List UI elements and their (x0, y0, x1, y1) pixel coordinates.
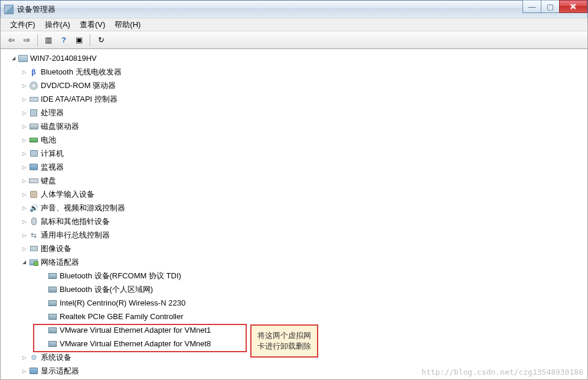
back-arrow-icon: ⇦ (8, 35, 15, 44)
tree-category[interactable]: 🔊声音、视频和游戏控制器 (3, 201, 587, 215)
close-button[interactable]: ✕ (559, 0, 587, 13)
tree-category[interactable]: IDE ATA/ATAPI 控制器 (3, 92, 587, 106)
tree-device[interactable]: Realtek PCIe GBE Family Controller (3, 310, 587, 323)
device-label: VMware Virtual Ethernet Adapter for VMne… (60, 339, 211, 348)
computer-category-icon (29, 149, 38, 158)
tree-category[interactable]: 处理器 (3, 106, 587, 119)
help-button[interactable]: ? (57, 33, 71, 47)
tree-category-network[interactable]: 网络适配器 (3, 255, 587, 269)
expander-icon[interactable] (19, 190, 29, 199)
usb-icon: ⇆ (29, 230, 38, 240)
nic-icon (48, 326, 57, 335)
disc-drive-icon (29, 81, 38, 90)
app-icon (4, 5, 14, 14)
tree-category[interactable]: 监视器 (3, 160, 587, 174)
maximize-button[interactable]: ▢ (541, 0, 560, 13)
expander-icon[interactable] (19, 176, 29, 186)
expander-icon[interactable] (19, 366, 29, 376)
expander-icon[interactable] (19, 67, 29, 77)
help-icon: ? (61, 35, 66, 44)
tree-category[interactable]: 鼠标和其他指针设备 (3, 215, 587, 228)
nic-icon (48, 312, 57, 321)
tree-category[interactable]: 电池 (3, 133, 587, 147)
scan-button[interactable]: ▣ (72, 33, 86, 47)
tree-root-label: WIN7-20140819HV (30, 54, 97, 63)
expander-icon[interactable] (19, 203, 29, 213)
maximize-icon: ▢ (547, 2, 554, 11)
bluetooth-icon: β (29, 67, 38, 77)
tool-bar: ⇦ ⇨ ▥ ? ▣ ↻ (0, 31, 588, 49)
device-label: VMware Virtual Ethernet Adapter for VMne… (60, 326, 211, 334)
window-controls: — ▢ ✕ (523, 0, 587, 13)
system-device-icon: ⚙ (29, 353, 38, 362)
refresh-button[interactable]: ↻ (94, 33, 108, 47)
category-label: 网络适配器 (41, 257, 79, 268)
title-bar: 设备管理器 — ▢ ✕ (0, 0, 588, 18)
category-label: 人体学输入设备 (41, 189, 94, 200)
tree-root[interactable]: WIN7-20140819HV (3, 51, 587, 65)
processor-icon (29, 108, 38, 118)
expander-icon[interactable] (19, 230, 29, 240)
refresh-icon: ↻ (98, 35, 104, 44)
tree-device[interactable]: Intel(R) Centrino(R) Wireless-N 2230 (3, 296, 587, 310)
device-label: Realtek PCIe GBE Family Controller (60, 312, 184, 321)
expander-icon[interactable] (19, 81, 29, 90)
tree-category[interactable]: 磁盘驱动器 (3, 119, 587, 133)
minimize-icon: — (528, 2, 536, 11)
tree-category[interactable]: 键盘 (3, 174, 587, 187)
tree-category[interactable]: ⇆通用串行总线控制器 (3, 228, 587, 242)
display-adapter-icon (29, 366, 38, 376)
expander-icon[interactable] (19, 163, 29, 172)
tree-category[interactable]: 人体学输入设备 (3, 187, 587, 201)
computer-icon (18, 54, 28, 63)
nic-icon (48, 271, 57, 281)
expander-none (38, 271, 48, 281)
expander-icon[interactable] (19, 258, 29, 267)
menu-file[interactable]: 文件(F) (5, 18, 40, 32)
forward-button[interactable]: ⇨ (19, 33, 34, 47)
tree-category[interactable]: DVD/CD-ROM 驱动器 (3, 79, 587, 92)
category-label: 电池 (41, 135, 56, 145)
menu-bar: 文件(F) 操作(A) 查看(V) 帮助(H) (0, 18, 588, 31)
tree-device[interactable]: Bluetooth 设备(RFCOMM 协议 TDI) (3, 269, 587, 282)
panel-toggle-button[interactable]: ▥ (41, 33, 55, 47)
expander-none (38, 312, 48, 321)
tree-category[interactable]: 计算机 (3, 147, 587, 160)
expander-icon[interactable] (9, 54, 18, 63)
ide-controller-icon (29, 95, 38, 104)
tree-category[interactable]: 图像设备 (3, 242, 587, 255)
menu-view[interactable]: 查看(V) (75, 18, 110, 32)
menu-action[interactable]: 操作(A) (40, 18, 75, 32)
tree-category[interactable]: βBluetooth 无线电收发器 (3, 65, 587, 79)
forward-arrow-icon: ⇨ (24, 35, 30, 44)
annotation-line1: 将这两个虚拟网 (257, 330, 311, 341)
scan-icon: ▣ (76, 35, 83, 44)
expander-icon[interactable] (19, 217, 29, 226)
nic-icon (48, 285, 57, 294)
toolbar-separator (37, 34, 38, 47)
expander-icon[interactable] (19, 149, 29, 158)
minimize-button[interactable]: — (522, 0, 541, 13)
expander-icon[interactable] (19, 122, 29, 131)
expander-icon[interactable] (19, 353, 29, 362)
back-button[interactable]: ⇦ (4, 33, 18, 47)
annotation-callout: 将这两个虚拟网 卡进行卸载删除 (250, 324, 318, 358)
menu-help[interactable]: 帮助(H) (110, 18, 145, 32)
watermark: http://blog.csdn.net/czg13548930186 (422, 368, 583, 376)
expander-icon[interactable] (19, 95, 29, 104)
category-label: 通用串行总线控制器 (41, 230, 110, 241)
expander-icon[interactable] (19, 244, 29, 254)
category-label: 鼠标和其他指针设备 (41, 216, 110, 227)
device-label: Intel(R) Centrino(R) Wireless-N 2230 (60, 298, 185, 307)
tree-device[interactable]: Bluetooth 设备(个人区域网) (3, 282, 587, 296)
network-adapter-icon (29, 258, 38, 267)
toolbar-separator (90, 34, 90, 47)
category-label: Bluetooth 无线电收发器 (41, 67, 122, 77)
category-label: 处理器 (41, 108, 64, 118)
sound-icon: 🔊 (29, 203, 38, 213)
expander-icon[interactable] (19, 135, 29, 145)
category-label: 键盘 (41, 176, 56, 186)
category-label: IDE ATA/ATAPI 控制器 (41, 94, 117, 105)
expander-icon[interactable] (19, 108, 29, 118)
category-label: 计算机 (41, 148, 64, 159)
